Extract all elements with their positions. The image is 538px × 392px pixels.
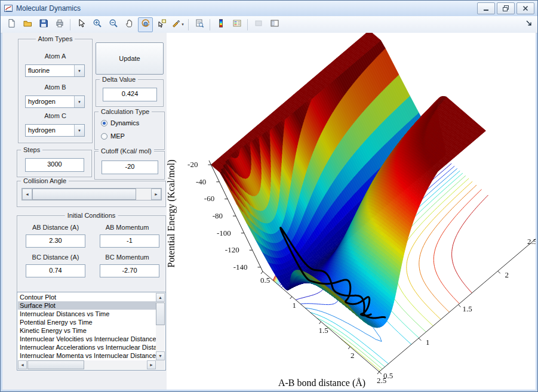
atom-c-label: Atom C	[19, 112, 92, 119]
collision-angle-slider[interactable]: ◄ ►	[21, 188, 162, 200]
ab-momentum-field[interactable]: -1	[100, 234, 159, 248]
print-preview-button[interactable]	[192, 17, 207, 32]
save-figure-button[interactable]	[36, 17, 51, 32]
collision-angle-panel: Collision Angle ◄ ►	[17, 181, 166, 207]
list-item[interactable]: Potential Energy vs Time	[18, 318, 156, 326]
toolbar-separator	[247, 19, 248, 30]
delta-value-field[interactable]: 0.424	[103, 88, 157, 101]
chevron-down-icon[interactable]: ▼	[74, 125, 84, 136]
atom-b-label: Atom B	[19, 84, 92, 91]
brush-icon	[171, 18, 181, 30]
insert-colorbar-button[interactable]	[213, 17, 228, 32]
atom-b-dropdown[interactable]: hydrogen ▼	[25, 95, 85, 108]
toolbar-separator	[210, 19, 210, 30]
surface-plot-canvas[interactable]	[167, 33, 536, 390]
list-item[interactable]: Kinetic Energy vs Time	[18, 326, 156, 335]
dock-arrow-icon	[525, 18, 533, 29]
brush-data-button[interactable]: ▾	[170, 17, 185, 32]
zoom-out-icon	[109, 18, 118, 30]
radio-option-dynamics[interactable]: Dynamics	[101, 119, 139, 126]
close-icon	[522, 5, 529, 12]
window-title: Molecular Dynamics	[16, 4, 475, 13]
atom-a-value: fluorine	[26, 65, 74, 76]
scroll-down-icon[interactable]: ▼	[156, 351, 165, 360]
print-icon	[55, 18, 64, 30]
update-button[interactable]: Update	[96, 42, 164, 75]
vertical-scroll-thumb[interactable]	[156, 303, 165, 325]
chevron-down-icon[interactable]: ▾	[182, 22, 184, 27]
pointer-icon	[76, 18, 86, 30]
print-preview-icon	[195, 18, 204, 30]
hide-plot-tools-button[interactable]	[251, 17, 266, 32]
chevron-down-icon[interactable]: ▼	[74, 96, 84, 107]
calculation-type-panel: Calculation Type Dynamics MEP	[94, 112, 165, 150]
steps-field[interactable]: 3000	[25, 158, 84, 172]
initial-conditions-panel: Initial Conditions AB Distance (A) AB Mo…	[17, 215, 166, 293]
pan-button[interactable]	[122, 17, 137, 32]
edit-plot-button[interactable]	[73, 17, 88, 32]
atom-b-value: hydrogen	[26, 96, 74, 107]
horizontal-scroll-thumb[interactable]	[27, 360, 84, 369]
colorbar-icon	[216, 18, 226, 30]
zoom-in-icon	[93, 18, 102, 30]
vertical-scrollbar[interactable]: ▲ ▼	[156, 293, 165, 360]
bc-momentum-label: BC Momentum	[94, 254, 161, 261]
plot-type-listbox[interactable]: Contour PlotSurface PlotInternuclear Dis…	[17, 292, 166, 371]
plot-tools-off-icon	[254, 18, 263, 30]
list-item[interactable]: Contour Plot	[18, 293, 156, 301]
list-item[interactable]: Surface Plot	[18, 301, 156, 310]
list-item[interactable]: Internuclear Distances vs Time	[18, 310, 156, 318]
radio-icon[interactable]	[101, 133, 107, 140]
data-cursor-button[interactable]	[154, 17, 169, 32]
atom-c-value: hydrogen	[26, 125, 74, 136]
x-axis-label: A-B bond distance (Å)	[238, 378, 405, 388]
open-file-button[interactable]	[20, 17, 35, 32]
dock-figure-button[interactable]	[524, 19, 534, 29]
slider-left-arrow-icon[interactable]: ◄	[22, 189, 32, 200]
slider-right-arrow-icon[interactable]: ►	[151, 189, 161, 200]
toolbar-separator	[188, 19, 189, 30]
list-item[interactable]: Internuclear Momenta vs Internuclear Dis…	[18, 351, 156, 360]
zoom-out-button[interactable]	[106, 17, 121, 32]
open-folder-icon	[23, 18, 32, 30]
rotate-3d-button[interactable]	[138, 17, 153, 32]
scroll-left-icon[interactable]: ◄	[18, 360, 27, 369]
list-item[interactable]: Internuclear Velocities vs Internuclear …	[18, 335, 156, 343]
steps-title: Steps	[21, 146, 42, 153]
minimize-button[interactable]	[477, 2, 495, 14]
list-item[interactable]: Internuclear Accelerations vs Internucle…	[18, 343, 156, 351]
radio-option-mep[interactable]: MEP	[101, 132, 125, 140]
atom-c-dropdown[interactable]: hydrogen ▼	[25, 124, 85, 137]
scroll-up-icon[interactable]: ▲	[156, 293, 165, 302]
close-button[interactable]	[517, 2, 534, 14]
ab-distance-label: AB Distance (A)	[22, 224, 89, 231]
new-figure-button[interactable]	[4, 17, 19, 32]
figure-axes: 0.511.522.50.511.522.5-20-40-60-80-100-1…	[167, 33, 536, 390]
radio-icon[interactable]	[101, 120, 107, 126]
slider-thumb[interactable]	[32, 189, 136, 200]
z-axis-label: Potential Energy (Kcal/mol)	[167, 160, 177, 268]
chevron-down-icon[interactable]: ▼	[74, 65, 84, 76]
show-plot-tools-button[interactable]	[267, 17, 282, 32]
scrollbar-corner	[156, 360, 165, 369]
restore-button[interactable]	[497, 2, 515, 14]
pan-hand-icon	[125, 18, 134, 30]
atom-a-label: Atom A	[19, 53, 92, 60]
scroll-right-icon[interactable]: ►	[147, 360, 156, 369]
cutoff-field[interactable]: -20	[102, 160, 158, 174]
bc-distance-field[interactable]: 0.74	[26, 264, 85, 277]
atom-a-dropdown[interactable]: fluorine ▼	[25, 64, 85, 77]
insert-legend-button[interactable]	[229, 17, 244, 32]
title-bar[interactable]: Molecular Dynamics	[1, 1, 537, 16]
calculation-type-title: Calculation Type	[99, 108, 152, 115]
cutoff-panel: Cutoff (Kcal/ mol) -20	[94, 151, 165, 180]
horizontal-scrollbar[interactable]: ◄ ►	[18, 360, 156, 369]
bc-momentum-field[interactable]: -2.70	[100, 264, 159, 277]
zoom-in-button[interactable]	[90, 17, 104, 32]
print-figure-button[interactable]	[52, 17, 67, 32]
atom-types-panel: Atom Types Atom A fluorine ▼ Atom B hydr…	[18, 39, 93, 143]
legend-icon	[232, 18, 242, 30]
radio-label: MEP	[110, 132, 125, 140]
ab-distance-field[interactable]: 2.30	[26, 234, 85, 248]
atom-types-title: Atom Types	[36, 35, 75, 42]
